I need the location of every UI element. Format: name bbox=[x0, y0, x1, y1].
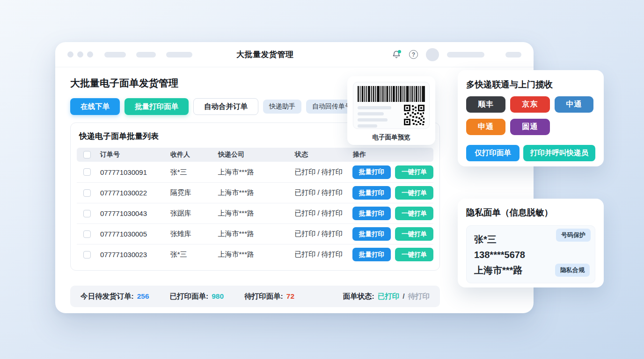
pending-labels-label: 待打印面单: bbox=[244, 292, 283, 302]
recipient-name: 隔霓库 bbox=[170, 188, 218, 197]
row-checkbox[interactable] bbox=[83, 230, 91, 238]
label-text-placeholder-lines bbox=[358, 104, 391, 128]
order-number: 077771030043 bbox=[100, 209, 170, 217]
batch-print-button[interactable]: 批量打印 bbox=[352, 248, 391, 261]
batch-print-button[interactable]: 批量打印 bbox=[352, 227, 391, 241]
barcode-graphic bbox=[358, 86, 425, 102]
courier-assistant-chip[interactable]: 快递助手 bbox=[263, 100, 301, 114]
table-row: 077771030022 隔霓库 上海市***路 已打印 / 待打印 批量打印 … bbox=[77, 182, 433, 203]
print-only-button[interactable]: 仅打印面单 bbox=[466, 145, 520, 161]
pending-labels-value: 72 bbox=[286, 292, 294, 301]
pickup-card-title: 多快递联通与上门揽收 bbox=[466, 79, 595, 90]
window-controls[interactable] bbox=[67, 51, 93, 57]
status-printed-value: 已打印 bbox=[378, 292, 400, 302]
qr-code-graphic bbox=[403, 104, 425, 126]
header-order: 订单号 bbox=[100, 151, 170, 159]
recipient-name: 张踞库 bbox=[170, 209, 218, 218]
one-click-print-button[interactable]: 一键打单 bbox=[395, 248, 433, 261]
online-order-button[interactable]: 在线下单 bbox=[70, 98, 120, 115]
order-number: 077771030091 bbox=[100, 168, 170, 176]
one-click-print-button[interactable]: 一键打单 bbox=[395, 165, 433, 179]
status-separator: / bbox=[402, 292, 404, 301]
header-courier: 快递公司 bbox=[218, 151, 295, 159]
courier-yto-button[interactable]: 圆通 bbox=[510, 119, 550, 135]
order-number: 077771030022 bbox=[100, 189, 170, 197]
printed-labels-value: 980 bbox=[212, 292, 224, 301]
orders-table: 订单号 收件人 快递公司 状态 操作 077771030091 张*三 上海市*… bbox=[77, 148, 433, 265]
batch-print-button[interactable]: 批量打印 bbox=[352, 186, 391, 200]
row-checkbox[interactable] bbox=[83, 168, 91, 176]
notification-dot bbox=[398, 50, 401, 53]
window-dot-icon[interactable] bbox=[87, 51, 93, 57]
table-row: 077771030091 张*三 上海市***路 已打印 / 待打印 批量打印 … bbox=[77, 162, 433, 182]
nav-placeholder-pill bbox=[136, 52, 156, 57]
avatar[interactable] bbox=[426, 48, 439, 61]
courier-sf-button[interactable]: 顺丰 bbox=[466, 96, 505, 113]
label-preview-card: 电子面单预览 bbox=[347, 76, 435, 145]
row-checkbox[interactable] bbox=[83, 189, 91, 197]
notifications-bell-icon[interactable] bbox=[392, 50, 401, 59]
table-header-row: 订单号 收件人 快递公司 状态 操作 bbox=[77, 148, 433, 162]
header-action: 操作 bbox=[353, 151, 433, 159]
preview-caption: 电子面单预览 bbox=[353, 133, 430, 142]
stats-bar: 今日待发货订单: 256 已打印面单: 980 待打印面单: 72 面单状态: … bbox=[70, 286, 440, 307]
help-icon[interactable]: ? bbox=[409, 50, 418, 59]
one-click-print-button[interactable]: 一键打单 bbox=[395, 227, 433, 241]
action-toolbar: 在线下单 批量打印面单 自动合并订单 快递助手 自动回传单号 bbox=[70, 98, 519, 115]
one-click-print-button[interactable]: 一键打单 bbox=[395, 186, 433, 200]
auto-merge-orders-button[interactable]: 自动合并订单 bbox=[193, 98, 258, 115]
page-title: 大批量电子面单发货管理 bbox=[70, 77, 519, 90]
batch-print-labels-button[interactable]: 批量打印面单 bbox=[124, 98, 189, 115]
one-click-print-button[interactable]: 一键打单 bbox=[395, 207, 433, 220]
table-row: 077771030005 张雉库 上海市***路 已打印 / 待打印 批量打印 … bbox=[77, 223, 433, 244]
status-cell: 已打印 / 待打印 bbox=[294, 250, 352, 259]
recipient-name: 张雉库 bbox=[170, 230, 218, 238]
order-number: 077771030023 bbox=[100, 251, 170, 258]
window-titlebar: 大批量发货管理 ? bbox=[55, 42, 534, 67]
courier-zto-button[interactable]: 中通 bbox=[555, 96, 593, 113]
courier-cell: 上海市***路 bbox=[218, 209, 295, 218]
status-cell: 已打印 / 待打印 bbox=[294, 230, 352, 238]
privacy-label-card: 隐私面单（信息脱敏） 张*三 138****5678 上海市***路 号码保护 … bbox=[458, 199, 604, 287]
nav-placeholder-pill bbox=[505, 52, 521, 57]
label-status-label: 面单状态: bbox=[343, 292, 374, 302]
phone-protection-badge: 号码保护 bbox=[556, 229, 591, 242]
order-number: 077771030005 bbox=[100, 230, 170, 238]
select-all-checkbox[interactable] bbox=[83, 151, 91, 158]
header-recipient: 收件人 bbox=[170, 151, 218, 159]
courier-cell: 上海市***路 bbox=[218, 230, 295, 238]
shipping-label-mock bbox=[353, 82, 430, 129]
print-and-call-courier-button[interactable]: 打印并呼叫快递员 bbox=[523, 145, 595, 161]
status-cell: 已打印 / 待打印 bbox=[294, 188, 352, 197]
recipient-name: 张*三 bbox=[170, 250, 218, 259]
nav-placeholder-pill bbox=[166, 52, 192, 57]
window-dot-icon[interactable] bbox=[77, 51, 83, 57]
nav-placeholder-pill bbox=[104, 52, 126, 57]
today-orders-value: 256 bbox=[137, 292, 149, 301]
header-status: 状态 bbox=[295, 151, 353, 159]
printed-labels-label: 已打印面单: bbox=[170, 292, 209, 302]
courier-cell: 上海市***路 bbox=[218, 188, 295, 197]
window-title: 大批量发货管理 bbox=[236, 49, 294, 60]
row-checkbox[interactable] bbox=[83, 210, 91, 217]
masked-phone: 138****5678 bbox=[474, 247, 587, 263]
courier-cell: 上海市***路 bbox=[218, 250, 295, 259]
privacy-card-title: 隐私面单（信息脱敏） bbox=[466, 207, 595, 218]
status-cell: 已打印 / 待打印 bbox=[294, 168, 352, 177]
table-row: 077771030023 张*三 上海市***路 已打印 / 待打印 批量打印 … bbox=[77, 244, 433, 265]
table-row: 077771030043 张踞库 上海市***路 已打印 / 待打印 批量打印 … bbox=[77, 203, 433, 223]
row-checkbox[interactable] bbox=[83, 251, 91, 258]
recipient-name: 张*三 bbox=[170, 168, 218, 177]
multi-courier-pickup-card: 多快递联通与上门揽收 顺丰 京东 中通 申通 圆通 仅打印面单 打印并呼叫快递员 bbox=[458, 70, 604, 166]
nav-placeholder-pill bbox=[447, 52, 484, 57]
courier-cell: 上海市***路 bbox=[218, 168, 295, 177]
courier-jd-button[interactable]: 京东 bbox=[510, 96, 550, 113]
batch-print-button[interactable]: 批量打印 bbox=[352, 165, 391, 179]
window-dot-icon[interactable] bbox=[67, 51, 73, 57]
batch-print-button[interactable]: 批量打印 bbox=[352, 207, 391, 220]
courier-sto-button[interactable]: 申通 bbox=[466, 119, 505, 135]
masked-info-panel: 张*三 138****5678 上海市***路 号码保护 隐私合规 bbox=[466, 225, 595, 283]
today-orders-label: 今日待发货订单: bbox=[80, 292, 134, 302]
status-pending-value: 待打印 bbox=[408, 292, 430, 302]
privacy-compliance-badge: 隐私合规 bbox=[555, 264, 590, 277]
